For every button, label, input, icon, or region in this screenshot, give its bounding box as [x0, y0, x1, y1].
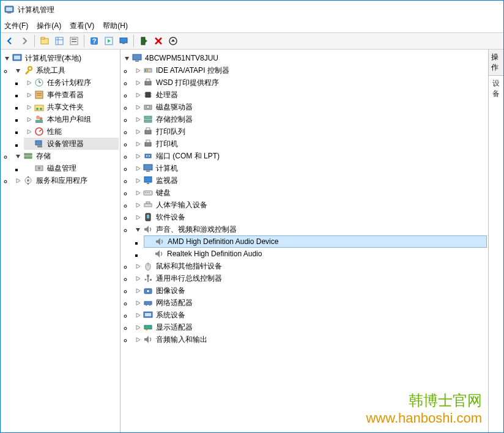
- svg-rect-1: [6, 7, 12, 11]
- chevron-right-icon[interactable]: [134, 128, 141, 135]
- menubar: 文件(F) 操作(A) 查看(V) 帮助(H): [1, 19, 503, 32]
- chevron-right-icon[interactable]: [134, 189, 141, 196]
- svg-point-71: [146, 155, 147, 157]
- back-button[interactable]: [3, 34, 17, 48]
- chevron-right-icon[interactable]: [134, 140, 141, 147]
- svg-rect-79: [147, 192, 148, 193]
- device-cpu[interactable]: 处理器: [133, 89, 487, 101]
- svg-marker-14: [108, 39, 111, 43]
- chevron-right-icon[interactable]: [134, 152, 141, 160]
- device-wsd[interactable]: WSD 打印提供程序: [133, 76, 487, 89]
- chevron-right-icon[interactable]: [134, 287, 141, 294]
- tb-icon-1[interactable]: [38, 34, 51, 48]
- device-sound-realtek[interactable]: Realtek High Definition Audio: [144, 248, 487, 260]
- chevron-right-icon[interactable]: [134, 324, 141, 331]
- hid-icon: [143, 200, 153, 210]
- chevron-right-icon[interactable]: [134, 299, 141, 306]
- tb-icon-3[interactable]: [67, 34, 81, 48]
- svg-rect-65: [144, 120, 152, 122]
- device-keyboard[interactable]: 键盘: [133, 187, 487, 199]
- device-system-dev[interactable]: 系统设备: [133, 309, 487, 321]
- device-network[interactable]: 网络适配器: [133, 297, 487, 309]
- device-mouse[interactable]: 鼠标和其他指针设备: [133, 260, 487, 272]
- tree-disk-mgmt[interactable]: 磁盘管理: [24, 162, 119, 174]
- tb-delete[interactable]: [152, 34, 165, 48]
- tb-icon-7[interactable]: [166, 34, 180, 48]
- device-label: 处理器: [155, 90, 179, 100]
- tree-root[interactable]: 计算机管理(本地): [2, 52, 119, 64]
- device-label: 键盘: [155, 188, 172, 198]
- chevron-down-icon[interactable]: [134, 226, 141, 233]
- tb-icon-6[interactable]: [137, 34, 150, 48]
- chevron-right-icon[interactable]: [134, 262, 141, 270]
- device-computer-cat[interactable]: 计算机: [133, 162, 487, 174]
- chevron-down-icon[interactable]: [14, 67, 21, 74]
- tree-device-manager[interactable]: 设备管理器: [24, 138, 119, 150]
- forward-button[interactable]: [18, 34, 31, 48]
- tb-icon-4[interactable]: [102, 34, 116, 48]
- device-disk-drive[interactable]: 磁盘驱动器: [133, 101, 487, 113]
- tree-shared-folders[interactable]: 共享文件夹: [24, 101, 119, 113]
- tb-icon-5[interactable]: [117, 34, 130, 48]
- device-ports[interactable]: 端口 (COM 和 LPT): [133, 150, 487, 162]
- chevron-right-icon[interactable]: [134, 311, 141, 319]
- svg-rect-98: [149, 305, 150, 306]
- device-usb[interactable]: 通用串行总线控制器: [133, 272, 487, 284]
- svg-rect-64: [144, 116, 152, 119]
- chevron-right-icon[interactable]: [25, 128, 32, 135]
- chevron-right-icon[interactable]: [25, 79, 32, 86]
- menu-file[interactable]: 文件(F): [4, 21, 28, 31]
- device-software[interactable]: 软件设备: [133, 211, 487, 223]
- chevron-right-icon[interactable]: [134, 91, 141, 98]
- device-imaging[interactable]: 图像设备: [133, 284, 487, 297]
- tb-icon-2[interactable]: [53, 34, 66, 48]
- tree-performance[interactable]: 性能: [24, 125, 119, 138]
- help-button[interactable]: ?: [87, 34, 101, 48]
- toolbar-separator: [133, 35, 134, 47]
- tree-system-tools[interactable]: 系统工具: [13, 64, 119, 76]
- chevron-right-icon[interactable]: [25, 103, 32, 111]
- tree-task-scheduler[interactable]: 任务计划程序: [24, 76, 119, 89]
- device-label: 显示适配器: [155, 322, 194, 333]
- svg-rect-57: [146, 92, 150, 97]
- device-printer[interactable]: 打印机: [133, 138, 487, 150]
- device-monitor[interactable]: 监视器: [133, 174, 487, 187]
- menu-view[interactable]: 查看(V): [70, 21, 94, 31]
- device-storage-ctrl[interactable]: 存储控制器: [133, 113, 487, 125]
- menu-help[interactable]: 帮助(H): [103, 21, 128, 31]
- chevron-right-icon[interactable]: [134, 67, 141, 74]
- chevron-right-icon[interactable]: [134, 103, 141, 111]
- chevron-right-icon[interactable]: [25, 116, 32, 123]
- device-label: 监视器: [155, 176, 179, 186]
- chevron-right-icon[interactable]: [134, 165, 141, 172]
- device-hid[interactable]: 人体学输入设备: [133, 199, 487, 211]
- computer-icon: [143, 163, 153, 173]
- chevron-down-icon[interactable]: [14, 152, 21, 160]
- chevron-down-icon[interactable]: [123, 54, 130, 62]
- tree-services-apps[interactable]: 服务和应用程序: [13, 174, 119, 187]
- svg-rect-41: [37, 146, 42, 147]
- tree-storage[interactable]: 存储: [13, 150, 119, 162]
- chevron-right-icon[interactable]: [134, 177, 141, 184]
- device-label: 打印队列: [155, 127, 187, 137]
- device-display[interactable]: 显示适配器: [133, 321, 487, 333]
- actions-item[interactable]: 设备: [489, 76, 503, 102]
- device-print-queue[interactable]: 打印队列: [133, 125, 487, 138]
- chevron-right-icon[interactable]: [134, 275, 141, 282]
- device-ide[interactable]: IDE ATA/ATAPI 控制器: [133, 64, 487, 76]
- device-sound-amd[interactable]: AMD High Definition Audio Device: [144, 235, 487, 248]
- menu-action[interactable]: 操作(A): [37, 21, 61, 31]
- device-audio-io[interactable]: 音频输入和输出: [133, 333, 487, 346]
- chevron-right-icon[interactable]: [14, 177, 21, 184]
- chevron-right-icon[interactable]: [134, 79, 141, 86]
- device-root[interactable]: 4BCWPM51NTV8JUU: [122, 52, 487, 64]
- chevron-right-icon[interactable]: [134, 336, 141, 343]
- tree-event-viewer[interactable]: 事件查看器: [24, 89, 119, 101]
- chevron-right-icon[interactable]: [134, 213, 141, 221]
- device-sound-category[interactable]: 声音、视频和游戏控制器: [133, 223, 487, 235]
- chevron-right-icon[interactable]: [134, 116, 141, 123]
- chevron-right-icon[interactable]: [134, 201, 141, 209]
- chevron-right-icon[interactable]: [25, 91, 32, 98]
- chevron-down-icon[interactable]: [3, 54, 10, 62]
- tree-local-users[interactable]: 本地用户和组: [24, 113, 119, 125]
